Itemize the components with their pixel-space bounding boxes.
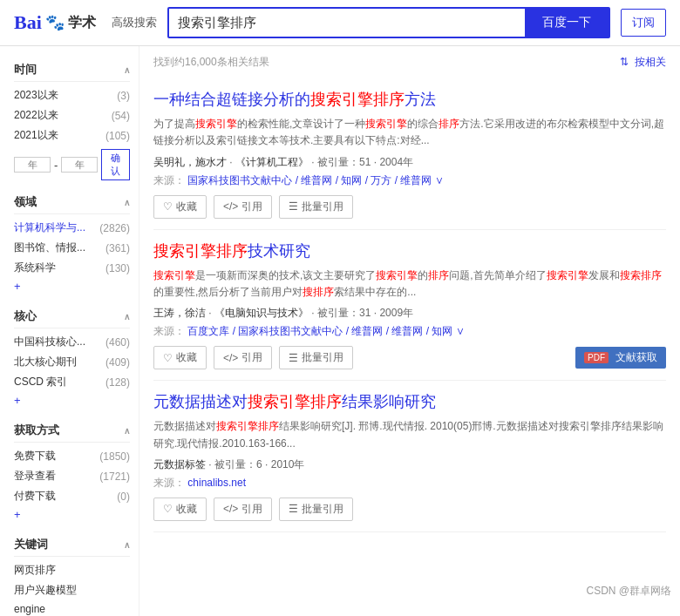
paper-card-3: 元数据描述对搜索引擎排序结果影响研究 元数据描述对搜索引擎排序结果影响研究[J]… (153, 381, 666, 532)
highlight-text: 搜索引擎 (547, 269, 588, 281)
collect-button-2[interactable]: ♡ 收藏 (153, 346, 207, 369)
search-button[interactable]: 百度一下 (525, 7, 609, 38)
paper-title-3[interactable]: 元数据描述对搜索引擎排序结果影响研究 (153, 391, 666, 413)
paper-actions-3: ♡ 收藏 </> 引用 ☰ 批量引用 (153, 498, 666, 521)
filter-item-2021[interactable]: 2021以来(105) (14, 125, 130, 146)
filter-item-paid[interactable]: 付费下载(0) (14, 486, 130, 506)
advanced-search-link[interactable]: 高级搜索 (112, 15, 157, 30)
filter-title-keywords[interactable]: 关键词 ∧ (14, 531, 130, 557)
batch-cite-button-2[interactable]: ☰ 批量引用 (279, 346, 353, 369)
filter-item-free[interactable]: 免费下载(1850) (14, 446, 130, 466)
highlight-text: 排序 (216, 242, 248, 260)
paper-meta-1: 吴明礼，施水才 · 《计算机工程》 · 被引量：51 · 2004年 (153, 155, 666, 170)
highlight-text: 搜索排序 (620, 269, 662, 281)
sort-icon: ⇅ (620, 56, 629, 68)
highlight-text: 搜索引擎 (195, 118, 237, 130)
filter-item-user-model[interactable]: 用户兴趣模型 (14, 580, 130, 600)
filter-section-domain: 领域 ∧ 计算机科学与...(2826) 图书馆、情报...(361) 系统科学… (14, 189, 130, 294)
filter-section-time: 时间 ∧ 2023以来(3) 2022以来(54) 2021以来(105) - … (14, 57, 130, 180)
domain-more-button[interactable]: + (14, 278, 21, 294)
paper-card-2: 搜索引擎排序技术研究 搜索引擎是一项新而深奥的技术,该文主要研究了搜索引擎的排序… (153, 230, 666, 382)
highlight-text: 排序 (310, 393, 342, 410)
filter-section-keywords: 关键词 ∧ 网页排序 用户兴趣模型 engine (14, 531, 130, 616)
paper-source-3: 来源： chinalibs.net (153, 476, 666, 491)
paper-title-2[interactable]: 搜索引擎排序技术研究 (153, 240, 666, 262)
year-range: - 确认 (14, 149, 130, 180)
filter-item-cnki-core[interactable]: 中国科技核心...(460) (14, 332, 130, 352)
batch-icon: ☰ (289, 352, 298, 364)
paper-card-1: 一种结合超链接分析的搜索引擎排序方法 为了提高搜索引擎的检索性能,文章设计了一种… (153, 78, 666, 230)
quote-icon: </> (223, 200, 238, 213)
highlight-text: 排序 (439, 118, 459, 130)
highlight-text: 排序 (428, 269, 449, 281)
quote-icon: </> (223, 352, 238, 364)
cite-button-3[interactable]: </> 引用 (214, 498, 272, 521)
header: Bai🐾学术 高级搜索 百度一下 订阅 (0, 0, 680, 46)
filter-item-engine[interactable]: engine (14, 600, 130, 616)
paper-actions-1: ♡ 收藏 </> 引用 ☰ 批量引用 (153, 195, 666, 219)
subscribe-button[interactable]: 订阅 (621, 9, 666, 37)
pdf-icon: PDF (584, 352, 609, 363)
highlight-text: 搜索引擎 (310, 91, 373, 108)
chevron-up-icon: ∧ (124, 426, 130, 436)
search-input[interactable] (169, 16, 525, 30)
paper-abstract-3: 元数据描述对搜索引擎排序结果影响研究[J]. 邢博.现代情报. 2010(05)… (153, 418, 666, 451)
heart-icon: ♡ (163, 352, 173, 364)
batch-icon: ☰ (289, 200, 298, 213)
year-end-input[interactable] (61, 157, 98, 173)
watermark: CSDN @群卓网络 (586, 584, 671, 599)
collect-button-1[interactable]: ♡ 收藏 (153, 195, 207, 219)
highlight-text: 搜索引擎 (153, 242, 216, 260)
cite-button-1[interactable]: </> 引用 (214, 195, 272, 219)
filter-item-systems[interactable]: 系统科学(130) (14, 258, 130, 278)
chevron-up-icon: ∧ (124, 312, 130, 322)
paper-title-1[interactable]: 一种结合超链接分析的搜索引擎排序方法 (153, 89, 666, 111)
search-bar: 百度一下 (167, 7, 610, 38)
chevron-up-icon: ∧ (124, 65, 130, 75)
batch-icon: ☰ (289, 503, 298, 515)
filter-item-cs[interactable]: 计算机科学与...(2826) (14, 218, 130, 238)
logo: Bai🐾学术 (14, 11, 101, 34)
highlight-text: 搜索引擎 (376, 269, 418, 281)
filter-title-core[interactable]: 核心 ∧ (14, 303, 130, 328)
filter-item-2023[interactable]: 2023以来(3) (14, 85, 130, 105)
filter-section-core: 核心 ∧ 中国科技核心...(460) 北大核心期刊(409) CSCD 索引(… (14, 303, 130, 409)
pdf-button-2[interactable]: PDF 文献获取 (575, 347, 666, 369)
paper-abstract-2: 搜索引擎是一项新而深奥的技术,该文主要研究了搜索引擎的排序问题,首先简单介绍了搜… (153, 267, 666, 301)
logo-baidu: Bai (14, 11, 42, 34)
highlight-text: 搜排序 (303, 286, 334, 298)
chevron-up-icon: ∧ (124, 540, 130, 550)
access-more-button[interactable]: + (14, 506, 21, 523)
logo-xueshu: 学术 (68, 14, 96, 32)
batch-cite-button-3[interactable]: ☰ 批量引用 (279, 498, 353, 521)
results-meta: 找到约16,000条相关结果 ⇅ 按相关 (153, 55, 666, 70)
year-start-input[interactable] (14, 157, 51, 173)
heart-icon: ♡ (163, 503, 173, 515)
collect-button-3[interactable]: ♡ 收藏 (153, 498, 207, 521)
highlight-text: 排序 (373, 91, 405, 108)
highlight-text: 搜索引擎 (365, 118, 407, 130)
filter-title-time[interactable]: 时间 ∧ (14, 57, 130, 82)
filter-item-webpage-rank[interactable]: 网页排序 (14, 560, 130, 580)
filter-item-login[interactable]: 登录查看(1721) (14, 466, 130, 486)
paper-source-2: 来源： 百度文库 / 国家科技图书文献中心 / 维普网 / 维普网 / 知网 ∨ (153, 324, 666, 339)
batch-cite-button-1[interactable]: ☰ 批量引用 (279, 195, 353, 219)
filter-title-domain[interactable]: 领域 ∧ (14, 189, 130, 214)
quote-icon: </> (223, 503, 238, 515)
paper-meta-2: 王涛，徐洁 · 《电脑知识与技术》 · 被引量：31 · 2009年 (153, 306, 666, 321)
filter-item-library[interactable]: 图书馆、情报...(361) (14, 238, 130, 258)
filter-section-access: 获取方式 ∧ 免费下载(1850) 登录查看(1721) 付费下载(0) + (14, 417, 130, 523)
cite-button-2[interactable]: </> 引用 (214, 346, 272, 369)
chevron-up-icon: ∧ (124, 198, 130, 207)
filter-item-cscd[interactable]: CSCD 索引(128) (14, 372, 130, 392)
highlight-text: 搜索引擎 (248, 393, 310, 410)
core-more-button[interactable]: + (14, 392, 21, 409)
filter-item-pku-core[interactable]: 北大核心期刊(409) (14, 352, 130, 372)
sort-button[interactable]: ⇅ 按相关 (620, 55, 666, 70)
results-count: 找到约16,000条相关结果 (153, 55, 269, 70)
year-confirm-button[interactable]: 确认 (101, 149, 130, 180)
filter-item-2022[interactable]: 2022以来(54) (14, 105, 130, 125)
results-area: 找到约16,000条相关结果 ⇅ 按相关 一种结合超链接分析的搜索引擎排序方法 … (139, 46, 680, 616)
filter-title-access[interactable]: 获取方式 ∧ (14, 417, 130, 443)
logo-paw-icon: 🐾 (45, 13, 65, 32)
